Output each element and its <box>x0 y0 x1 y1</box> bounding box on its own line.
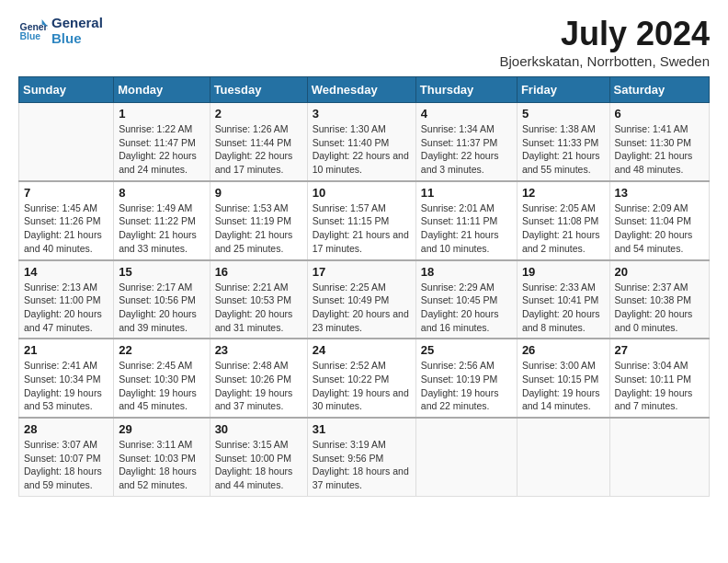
calendar-day-cell: 5Sunrise: 1:38 AMSunset: 11:33 PMDayligh… <box>517 103 609 181</box>
logo-icon: General Blue <box>18 16 48 45</box>
day-number: 9 <box>215 186 302 200</box>
calendar-day-cell: 15Sunrise: 2:17 AMSunset: 10:56 PMDaylig… <box>114 260 210 339</box>
day-number: 7 <box>24 186 108 200</box>
day-number: 31 <box>313 422 411 436</box>
calendar-table: SundayMondayTuesdayWednesdayThursdayFrid… <box>18 76 710 497</box>
day-number: 21 <box>24 343 108 357</box>
day-number: 6 <box>615 107 704 121</box>
logo: General Blue General Blue <box>18 15 103 46</box>
day-number: 25 <box>421 343 512 357</box>
calendar-day-cell: 14Sunrise: 2:13 AMSunset: 11:00 PMDaylig… <box>19 260 114 339</box>
calendar-week-row: 28Sunrise: 3:07 AMSunset: 10:07 PMDaylig… <box>19 418 710 496</box>
day-number: 5 <box>522 107 605 121</box>
day-number: 16 <box>215 265 302 279</box>
calendar-day-cell: 17Sunrise: 2:25 AMSunset: 10:49 PMDaylig… <box>307 260 415 339</box>
calendar-day-cell: 8Sunrise: 1:49 AMSunset: 11:22 PMDayligh… <box>114 181 210 260</box>
calendar-day-cell: 29Sunrise: 3:11 AMSunset: 10:03 PMDaylig… <box>114 418 210 496</box>
day-number: 14 <box>24 265 108 279</box>
day-info: Sunrise: 2:52 AMSunset: 10:22 PMDaylight… <box>313 359 411 413</box>
calendar-day-cell: 23Sunrise: 2:48 AMSunset: 10:26 PMDaylig… <box>210 339 307 418</box>
calendar-day-cell: 22Sunrise: 2:45 AMSunset: 10:30 PMDaylig… <box>114 339 210 418</box>
calendar-day-cell <box>609 418 709 496</box>
day-number: 17 <box>313 265 411 279</box>
day-info: Sunrise: 1:22 AMSunset: 11:47 PMDaylight… <box>119 122 204 177</box>
calendar-week-row: 21Sunrise: 2:41 AMSunset: 10:34 PMDaylig… <box>19 339 710 418</box>
calendar-day-cell: 4Sunrise: 1:34 AMSunset: 11:37 PMDayligh… <box>415 103 517 181</box>
calendar-day-cell: 25Sunrise: 2:56 AMSunset: 10:19 PMDaylig… <box>415 339 517 418</box>
calendar-week-row: 7Sunrise: 1:45 AMSunset: 11:26 PMDayligh… <box>19 181 710 260</box>
day-number: 23 <box>215 343 302 357</box>
day-number: 19 <box>522 265 605 279</box>
weekday-header-monday: Monday <box>114 77 210 103</box>
day-number: 12 <box>522 186 605 200</box>
day-number: 18 <box>421 265 512 279</box>
day-number: 1 <box>119 107 204 121</box>
day-number: 15 <box>119 265 204 279</box>
day-info: Sunrise: 3:07 AMSunset: 10:07 PMDaylight… <box>24 438 108 492</box>
calendar-day-cell: 9Sunrise: 1:53 AMSunset: 11:19 PMDayligh… <box>210 181 307 260</box>
day-number: 28 <box>24 422 108 436</box>
calendar-day-cell <box>517 418 609 496</box>
day-info: Sunrise: 3:11 AMSunset: 10:03 PMDaylight… <box>119 438 204 492</box>
day-info: Sunrise: 3:19 AMSunset: 9:56 PMDaylight:… <box>313 438 411 492</box>
weekday-header-thursday: Thursday <box>415 77 517 103</box>
calendar-day-cell: 10Sunrise: 1:57 AMSunset: 11:15 PMDaylig… <box>307 181 415 260</box>
location-subtitle: Bjoerkskatan, Norrbotten, Sweden <box>500 53 710 69</box>
day-info: Sunrise: 2:09 AMSunset: 11:04 PMDaylight… <box>615 201 704 256</box>
day-info: Sunrise: 1:38 AMSunset: 11:33 PMDaylight… <box>522 122 605 177</box>
day-number: 4 <box>421 107 512 121</box>
day-info: Sunrise: 2:29 AMSunset: 10:45 PMDaylight… <box>421 281 512 335</box>
day-info: Sunrise: 3:15 AMSunset: 10:00 PMDaylight… <box>215 438 302 492</box>
calendar-day-cell: 28Sunrise: 3:07 AMSunset: 10:07 PMDaylig… <box>19 418 114 496</box>
calendar-day-cell: 7Sunrise: 1:45 AMSunset: 11:26 PMDayligh… <box>19 181 114 260</box>
day-number: 8 <box>119 186 204 200</box>
calendar-day-cell: 24Sunrise: 2:52 AMSunset: 10:22 PMDaylig… <box>307 339 415 418</box>
day-info: Sunrise: 1:57 AMSunset: 11:15 PMDaylight… <box>313 201 411 256</box>
calendar-week-row: 14Sunrise: 2:13 AMSunset: 11:00 PMDaylig… <box>19 260 710 339</box>
day-info: Sunrise: 1:53 AMSunset: 11:19 PMDaylight… <box>215 201 302 256</box>
calendar-day-cell: 6Sunrise: 1:41 AMSunset: 11:30 PMDayligh… <box>609 103 709 181</box>
svg-text:Blue: Blue <box>20 31 41 41</box>
day-info: Sunrise: 2:41 AMSunset: 10:34 PMDaylight… <box>24 359 108 413</box>
day-number: 10 <box>313 186 411 200</box>
day-number: 27 <box>615 343 704 357</box>
day-info: Sunrise: 3:00 AMSunset: 10:15 PMDaylight… <box>522 359 605 413</box>
calendar-day-cell <box>19 103 114 181</box>
day-info: Sunrise: 1:45 AMSunset: 11:26 PMDaylight… <box>24 201 108 256</box>
weekday-header-row: SundayMondayTuesdayWednesdayThursdayFrid… <box>19 77 710 103</box>
calendar-day-cell: 12Sunrise: 2:05 AMSunset: 11:08 PMDaylig… <box>517 181 609 260</box>
day-number: 20 <box>615 265 704 279</box>
day-number: 22 <box>119 343 204 357</box>
calendar-day-cell: 20Sunrise: 2:37 AMSunset: 10:38 PMDaylig… <box>609 260 709 339</box>
calendar-day-cell: 30Sunrise: 3:15 AMSunset: 10:00 PMDaylig… <box>210 418 307 496</box>
day-info: Sunrise: 2:21 AMSunset: 10:53 PMDaylight… <box>215 281 302 335</box>
logo-blue: Blue <box>51 30 103 46</box>
calendar-day-cell: 3Sunrise: 1:30 AMSunset: 11:40 PMDayligh… <box>307 103 415 181</box>
day-info: Sunrise: 2:48 AMSunset: 10:26 PMDaylight… <box>215 359 302 413</box>
day-number: 26 <box>522 343 605 357</box>
weekday-header-wednesday: Wednesday <box>307 77 415 103</box>
day-info: Sunrise: 1:30 AMSunset: 11:40 PMDaylight… <box>313 122 411 177</box>
day-info: Sunrise: 2:05 AMSunset: 11:08 PMDaylight… <box>522 201 605 256</box>
calendar-day-cell: 2Sunrise: 1:26 AMSunset: 11:44 PMDayligh… <box>210 103 307 181</box>
calendar-day-cell: 19Sunrise: 2:33 AMSunset: 10:41 PMDaylig… <box>517 260 609 339</box>
calendar-day-cell: 18Sunrise: 2:29 AMSunset: 10:45 PMDaylig… <box>415 260 517 339</box>
day-number: 3 <box>313 107 411 121</box>
day-info: Sunrise: 2:17 AMSunset: 10:56 PMDaylight… <box>119 281 204 335</box>
day-info: Sunrise: 1:49 AMSunset: 11:22 PMDaylight… <box>119 201 204 256</box>
day-number: 29 <box>119 422 204 436</box>
calendar-day-cell: 26Sunrise: 3:00 AMSunset: 10:15 PMDaylig… <box>517 339 609 418</box>
calendar-day-cell <box>415 418 517 496</box>
day-number: 24 <box>313 343 411 357</box>
calendar-day-cell: 1Sunrise: 1:22 AMSunset: 11:47 PMDayligh… <box>114 103 210 181</box>
weekday-header-sunday: Sunday <box>19 77 114 103</box>
day-info: Sunrise: 2:33 AMSunset: 10:41 PMDaylight… <box>522 281 605 335</box>
weekday-header-friday: Friday <box>517 77 609 103</box>
calendar-day-cell: 11Sunrise: 2:01 AMSunset: 11:11 PMDaylig… <box>415 181 517 260</box>
weekday-header-tuesday: Tuesday <box>210 77 307 103</box>
day-info: Sunrise: 3:04 AMSunset: 10:11 PMDaylight… <box>615 359 704 413</box>
day-info: Sunrise: 1:26 AMSunset: 11:44 PMDaylight… <box>215 122 302 177</box>
day-info: Sunrise: 2:13 AMSunset: 11:00 PMDaylight… <box>24 281 108 335</box>
logo-general: General <box>51 15 103 30</box>
day-number: 13 <box>615 186 704 200</box>
